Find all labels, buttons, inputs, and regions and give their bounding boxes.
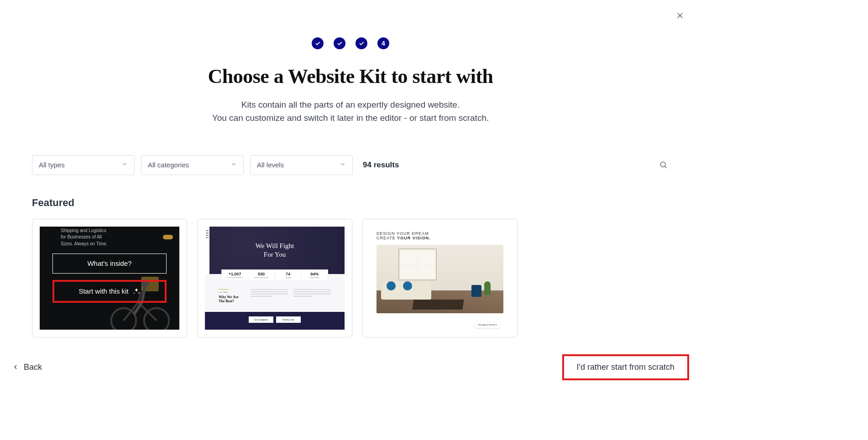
step-4-current: 4 bbox=[377, 37, 389, 49]
preview-hero-title: We Will Fight For You bbox=[256, 242, 294, 259]
back-label: Back bbox=[24, 362, 42, 372]
preview-text-line: DESIGN YOUR DREAM bbox=[376, 231, 503, 236]
stat-number: +1,007 bbox=[223, 272, 247, 276]
sofa-shape bbox=[381, 282, 431, 300]
preview-text-line: For You bbox=[256, 250, 294, 259]
preview-sidebar bbox=[205, 227, 209, 274]
subtitle-line: You can customize and switch it later in… bbox=[0, 111, 701, 124]
filters-row: All types All categories All levels 94 r… bbox=[0, 125, 701, 175]
step-1-complete bbox=[312, 37, 324, 49]
page-header: Choose a Website Kit to start with Kits … bbox=[0, 65, 701, 125]
kit-preview: Shipping and Logistics for Businesses of… bbox=[40, 227, 179, 330]
chevron-down-icon bbox=[230, 161, 237, 169]
preview-why-section: Core Values Why We Are The Best? bbox=[205, 281, 345, 308]
filter-type-select[interactable]: All types bbox=[32, 155, 135, 175]
filter-level-select[interactable]: All levels bbox=[250, 155, 353, 175]
stat-label: Cases Won bbox=[303, 276, 327, 279]
search-button[interactable] bbox=[658, 160, 669, 171]
stat-item: 630Successful Cases bbox=[248, 270, 275, 280]
stat-number: 94% bbox=[303, 272, 327, 276]
svg-point-0 bbox=[660, 162, 665, 167]
sparkle-icon bbox=[132, 287, 141, 295]
close-button[interactable] bbox=[675, 10, 685, 21]
filter-category-select[interactable]: All categories bbox=[141, 155, 244, 175]
step-2-complete bbox=[334, 37, 345, 49]
kit-card-interior[interactable]: DESIGN YOUR DREAM CREATE YOUR VISION. PR… bbox=[362, 219, 518, 337]
step-number: 4 bbox=[382, 40, 385, 47]
preview-eyebrow: Core Values bbox=[219, 291, 245, 294]
accent-line bbox=[219, 289, 229, 290]
back-button[interactable]: Back bbox=[12, 362, 42, 372]
close-icon bbox=[676, 11, 684, 20]
stat-label: Successful Cases bbox=[249, 276, 273, 279]
kit-preview: We Will Fight For You +1,007Client Consu… bbox=[205, 227, 345, 330]
preview-text-line: The Best? bbox=[219, 299, 245, 304]
stat-label: Lawyers bbox=[276, 276, 300, 279]
step-3-complete bbox=[356, 37, 367, 49]
kit-card-logistics[interactable]: Shipping and Logistics for Businesses of… bbox=[32, 219, 187, 337]
stat-item: 94%Cases Won bbox=[302, 270, 328, 280]
kit-preview: DESIGN YOUR DREAM CREATE YOUR VISION. PR… bbox=[370, 227, 510, 330]
subtitle-line: Kits contain all the parts of an expertl… bbox=[0, 98, 701, 111]
preview-text-line: CREATE YOUR VISION. bbox=[376, 236, 503, 240]
preview-tab: Civil Litigation bbox=[249, 316, 273, 323]
start-from-scratch-button[interactable]: I'd rather start from scratch bbox=[562, 354, 690, 380]
stat-item: +1,007Client Consultations bbox=[222, 270, 248, 280]
preview-text-span: YOUR VISION. bbox=[397, 236, 431, 240]
main-scroll[interactable]: 4 Choose a Website Kit to start with Kit… bbox=[0, 0, 701, 351]
filter-category-label: All categories bbox=[148, 161, 189, 169]
search-icon bbox=[659, 160, 668, 170]
preview-text-line: Why We Are bbox=[219, 295, 245, 300]
text-placeholder-col bbox=[251, 289, 288, 304]
preview-text-line: We Will Fight bbox=[256, 242, 294, 250]
chair-shape bbox=[471, 285, 481, 297]
button-label: Start with this kit bbox=[78, 287, 128, 295]
footer-bar: Back I'd rather start from scratch bbox=[0, 351, 701, 383]
preview-why-title: Core Values Why We Are The Best? bbox=[219, 289, 245, 304]
table-shape bbox=[412, 300, 464, 310]
kit-card-hover-overlay: What's inside? Start with this kit bbox=[40, 227, 179, 330]
results-count: 94 results bbox=[363, 160, 399, 170]
preview-tab: Family Law bbox=[276, 316, 301, 323]
scratch-label: I'd rather start from scratch bbox=[577, 362, 675, 372]
content: 4 Choose a Website Kit to start with Kit… bbox=[0, 0, 701, 351]
section-featured-title: Featured bbox=[0, 175, 701, 209]
text-placeholder-col bbox=[293, 289, 331, 304]
stat-number: 74 bbox=[276, 272, 300, 276]
chevron-left-icon bbox=[12, 363, 19, 371]
kit-card-law[interactable]: We Will Fight For You +1,007Client Consu… bbox=[197, 219, 352, 337]
stat-label: Client Consultations bbox=[223, 276, 247, 279]
preview-project-label: THE BEACH PROJECT bbox=[475, 322, 500, 328]
page-subtitle: Kits contain all the parts of an expertl… bbox=[0, 98, 701, 125]
chevron-down-icon bbox=[121, 161, 128, 169]
preview-hero: We Will Fight For You bbox=[205, 227, 345, 274]
check-icon bbox=[336, 40, 343, 47]
button-label: What's inside? bbox=[87, 259, 131, 267]
window-shape bbox=[398, 248, 437, 280]
chevron-down-icon bbox=[340, 161, 346, 169]
page-title: Choose a Website Kit to start with bbox=[0, 65, 701, 88]
check-icon bbox=[314, 40, 321, 47]
preview-bottom-bar: Civil Litigation Family Law bbox=[205, 312, 345, 330]
preview-stats: +1,007Client Consultations 630Successful… bbox=[221, 269, 328, 281]
preview-photo bbox=[376, 245, 503, 313]
preview-tabs: Civil Litigation Family Law bbox=[249, 316, 301, 323]
stat-number: 630 bbox=[249, 272, 273, 276]
filter-type-label: All types bbox=[39, 161, 65, 169]
preview-text-span: CREATE bbox=[376, 236, 397, 240]
progress-stepper: 4 bbox=[0, 0, 701, 49]
plant-shape bbox=[484, 281, 491, 295]
whats-inside-button[interactable]: What's inside? bbox=[52, 254, 167, 274]
start-with-kit-button[interactable]: Start with this kit bbox=[52, 280, 167, 303]
check-icon bbox=[358, 40, 365, 47]
stat-item: 74Lawyers bbox=[275, 270, 302, 280]
filter-level-label: All levels bbox=[257, 161, 284, 169]
preview-heading: DESIGN YOUR DREAM CREATE YOUR VISION. bbox=[370, 227, 510, 242]
kit-cards: Shipping and Logistics for Businesses of… bbox=[0, 209, 701, 337]
